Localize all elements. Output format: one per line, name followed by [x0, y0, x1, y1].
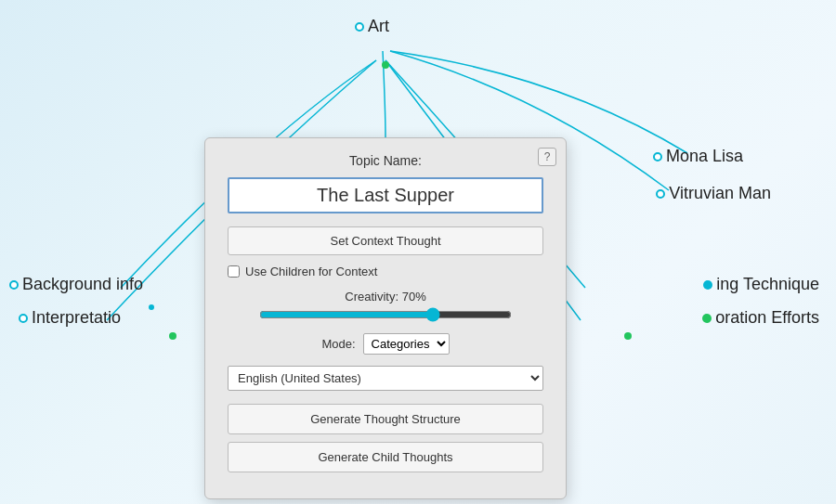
mode-row: Mode: Categories Freeform Questions	[228, 333, 543, 355]
use-children-label: Use Children for Context	[245, 265, 377, 278]
node-art-dot	[355, 22, 364, 32]
node-painting-technique-label: ing Technique	[716, 275, 819, 294]
mode-select[interactable]: Categories Freeform Questions	[363, 333, 450, 355]
node-restoration-dot	[702, 314, 712, 323]
use-children-row: Use Children for Context	[228, 265, 543, 278]
creativity-label: Creativity: 70%	[228, 290, 543, 304]
node-interpretation-dot	[19, 314, 28, 323]
creativity-slider[interactable]	[259, 307, 512, 322]
node-art[interactable]: Art	[355, 17, 389, 36]
generate-children-button[interactable]: Generate Child Thoughts	[228, 442, 543, 472]
node-art-label: Art	[368, 17, 389, 36]
node-painting-technique[interactable]: ing Technique	[703, 275, 819, 294]
node-background-dot	[9, 280, 19, 290]
creativity-slider-container	[228, 307, 543, 322]
topic-dialog: ? Topic Name: Set Context Thought Use Ch…	[204, 137, 567, 499]
node-mona-lisa-dot	[653, 152, 662, 162]
help-button[interactable]: ?	[538, 148, 556, 166]
node-background[interactable]: Background info	[9, 275, 143, 294]
node-interpretation-label: Interpretatio	[32, 308, 121, 328]
node-vitruvian[interactable]: Vitruvian Man	[656, 184, 771, 203]
topic-input[interactable]	[228, 177, 543, 213]
generate-structure-button[interactable]: Generate Thought Structure	[228, 404, 543, 434]
node-mona-lisa[interactable]: Mona Lisa	[653, 147, 743, 166]
node-restoration[interactable]: oration Efforts	[702, 308, 819, 328]
node-interpretation[interactable]: Interpretatio	[19, 308, 121, 328]
use-children-checkbox[interactable]	[228, 265, 240, 278]
node-vitruvian-dot	[656, 189, 665, 199]
decorative-dot-3	[149, 304, 154, 310]
decorative-dot-1	[169, 332, 176, 340]
node-background-label: Background info	[22, 275, 143, 294]
svg-point-0	[382, 61, 389, 69]
decorative-dot-2	[624, 332, 632, 340]
node-mona-lisa-label: Mona Lisa	[666, 147, 743, 166]
node-restoration-label: oration Efforts	[715, 308, 819, 328]
topic-label: Topic Name:	[228, 153, 543, 168]
mode-label: Mode:	[321, 337, 355, 351]
language-select[interactable]: English (United States) Spanish French G…	[228, 366, 543, 391]
set-context-button[interactable]: Set Context Thought	[228, 226, 543, 255]
node-painting-technique-dot	[703, 280, 712, 290]
node-vitruvian-label: Vitruvian Man	[669, 184, 771, 203]
